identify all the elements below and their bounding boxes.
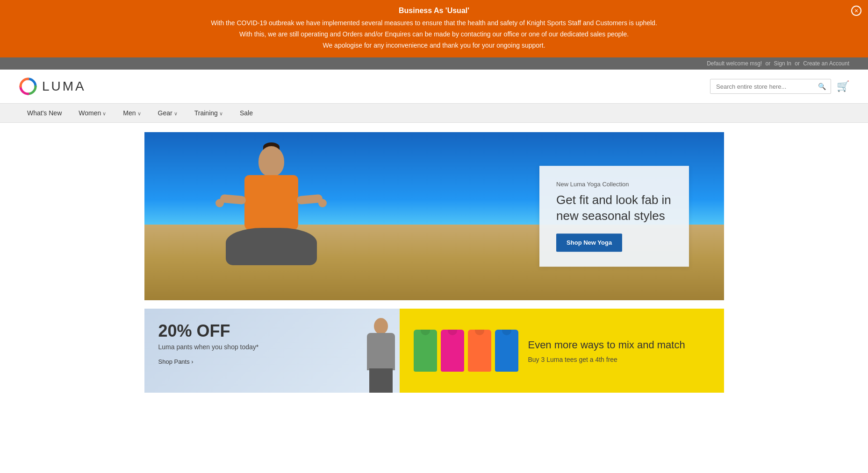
mix-match-subtitle: Buy 3 Luma tees get a 4th free xyxy=(528,356,685,363)
alert-line1: With the COVID-19 outbreak we have imple… xyxy=(211,19,657,27)
close-banner-button[interactable]: × xyxy=(851,6,861,16)
person-hand-left xyxy=(215,199,224,207)
search-button[interactable]: 🔍 xyxy=(813,79,831,93)
separator: or xyxy=(766,60,771,67)
person-shirt xyxy=(244,175,298,231)
promo-person-body xyxy=(367,333,395,370)
promo-discount: 20% OFF xyxy=(158,322,386,340)
alert-line3: We apologise for any inconvenience and t… xyxy=(323,42,545,49)
create-account-link[interactable]: Create an Account xyxy=(803,60,849,67)
logo-icon xyxy=(19,77,37,96)
alert-line2: With this, we are still operating and Or… xyxy=(239,30,629,38)
hero-main-title: Get fit and look fab in new seasonal sty… xyxy=(556,193,672,225)
promo-right: Even more ways to mix and match Buy 3 Lu… xyxy=(400,309,724,393)
tees-visual xyxy=(414,330,518,372)
tee-pink xyxy=(441,330,464,372)
header-right: 🔍 🛒 xyxy=(710,79,849,94)
nav-item-sale: Sale xyxy=(231,104,261,122)
signin-link[interactable]: Sign In xyxy=(774,60,791,67)
tee-green xyxy=(414,330,437,372)
hero-figure xyxy=(202,141,389,300)
nav-item-gear: Gear xyxy=(150,104,186,122)
nav-item-men: Men xyxy=(115,104,149,122)
nav-item-women: Women xyxy=(70,104,115,122)
header: LUMA 🔍 🛒 xyxy=(0,70,868,103)
or-separator: or xyxy=(795,60,801,67)
search-bar: 🔍 xyxy=(710,79,831,94)
promo-person-legs xyxy=(369,368,393,393)
hero-card: New Luma Yoga Collection Get fit and loo… xyxy=(539,166,689,267)
tee-blue xyxy=(495,330,518,372)
nav-link-training[interactable]: Training xyxy=(186,104,231,122)
logo-link[interactable]: LUMA xyxy=(19,77,86,96)
shop-pants-link[interactable]: Shop Pants › xyxy=(158,358,194,365)
promo-person-figure xyxy=(362,318,400,393)
person-hand-right xyxy=(318,199,327,207)
shop-new-yoga-button[interactable]: Shop New Yoga xyxy=(556,233,622,252)
mix-match-title: Even more ways to mix and match xyxy=(528,339,685,352)
person-legs xyxy=(226,228,317,265)
welcome-message: Default welcome msg! xyxy=(707,60,762,67)
nav-link-sale[interactable]: Sale xyxy=(231,104,261,122)
alert-banner: × Business As 'Usual' With the COVID-19 … xyxy=(0,0,868,57)
nav-link-women[interactable]: Women xyxy=(70,104,115,122)
promo-right-text: Even more ways to mix and match Buy 3 Lu… xyxy=(528,339,685,363)
top-bar: Default welcome msg! or Sign In or Creat… xyxy=(0,57,868,70)
alert-body: With the COVID-19 outbreak we have imple… xyxy=(19,18,849,51)
main-nav: What's New Women Men Gear Training Sale xyxy=(0,103,868,123)
promo-left: 20% OFF Luma pants when you shop today* … xyxy=(144,309,400,393)
nav-item-training: Training xyxy=(186,104,231,122)
nav-link-men[interactable]: Men xyxy=(115,104,149,122)
search-input[interactable] xyxy=(710,80,813,93)
alert-title: Business As 'Usual' xyxy=(19,7,849,15)
person-illustration xyxy=(202,141,352,300)
nav-link-whats-new[interactable]: What's New xyxy=(19,104,70,122)
promo-row: 20% OFF Luma pants when you shop today* … xyxy=(144,309,724,393)
cart-icon[interactable]: 🛒 xyxy=(837,80,849,92)
logo-text: LUMA xyxy=(42,79,86,94)
nav-list: What's New Women Men Gear Training Sale xyxy=(19,104,849,122)
nav-link-gear[interactable]: Gear xyxy=(150,104,186,122)
promo-person-head xyxy=(374,318,388,334)
search-icon: 🔍 xyxy=(818,83,826,90)
tee-orange xyxy=(468,330,491,372)
nav-item-whats-new: What's New xyxy=(19,104,70,122)
hero-subtitle: New Luma Yoga Collection xyxy=(556,181,672,188)
promo-description: Luma pants when you shop today* xyxy=(158,343,386,351)
hero-banner: New Luma Yoga Collection Get fit and loo… xyxy=(144,132,724,300)
person-head xyxy=(258,146,284,176)
